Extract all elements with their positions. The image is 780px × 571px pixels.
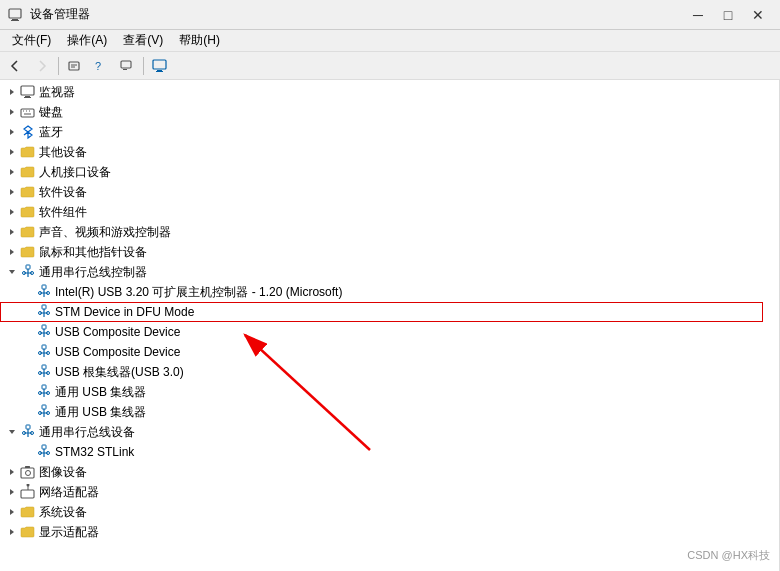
- expand-icon[interactable]: [4, 128, 20, 136]
- tree-item[interactable]: 通用 USB 集线器: [0, 402, 779, 422]
- tree-item[interactable]: USB 根集线器(USB 3.0): [0, 362, 779, 382]
- minimize-button[interactable]: ─: [684, 5, 712, 25]
- item-label: Intel(R) USB 3.20 可扩展主机控制器 - 1.20 (Micro…: [55, 284, 342, 301]
- toolbar-btn-3[interactable]: [115, 54, 139, 78]
- menu-help[interactable]: 帮助(H): [171, 30, 228, 51]
- item-icon: [20, 524, 36, 540]
- item-icon: [36, 384, 52, 400]
- svg-text:?: ?: [95, 60, 101, 72]
- tree-item[interactable]: 其他设备: [0, 142, 779, 162]
- svg-rect-2: [11, 20, 19, 21]
- expand-icon[interactable]: [4, 188, 20, 196]
- svg-marker-92: [10, 469, 14, 475]
- expand-icon[interactable]: [4, 248, 20, 256]
- expand-icon[interactable]: [4, 508, 20, 516]
- tree-item[interactable]: 软件组件: [0, 202, 779, 222]
- toolbar-btn-1[interactable]: [63, 54, 87, 78]
- tree-item[interactable]: 声音、视频和游戏控制器: [0, 222, 779, 242]
- item-icon: [36, 404, 52, 420]
- svg-rect-73: [42, 405, 46, 409]
- item-icon: [20, 464, 36, 480]
- forward-button[interactable]: [30, 54, 54, 78]
- close-button[interactable]: ✕: [744, 5, 772, 25]
- expand-icon[interactable]: [4, 468, 20, 476]
- item-icon: [20, 124, 36, 140]
- svg-rect-9: [153, 60, 166, 69]
- tree-item[interactable]: 系统设备: [0, 502, 779, 522]
- tree-item[interactable]: 人机接口设备: [0, 162, 779, 182]
- item-icon: [20, 264, 36, 280]
- tree-item[interactable]: 图像设备: [0, 462, 779, 482]
- tree-item[interactable]: 监视器: [0, 82, 779, 102]
- item-icon: [20, 224, 36, 240]
- item-icon: [36, 344, 52, 360]
- tree-item[interactable]: 鼠标和其他指针设备: [0, 242, 779, 262]
- item-label: 显示适配器: [39, 524, 99, 541]
- svg-rect-10: [157, 70, 162, 71]
- expand-icon[interactable]: [4, 528, 20, 536]
- svg-marker-12: [10, 89, 14, 95]
- expand-icon[interactable]: [4, 428, 20, 436]
- svg-marker-100: [10, 509, 14, 515]
- expand-icon[interactable]: [4, 88, 20, 96]
- tree-item[interactable]: 软件设备: [0, 182, 779, 202]
- tree-item[interactable]: 通用 USB 集线器: [0, 382, 779, 402]
- tree-item[interactable]: USB Composite Device: [0, 342, 779, 362]
- menu-action[interactable]: 操作(A): [59, 30, 115, 51]
- tree-item[interactable]: 显示适配器: [0, 522, 779, 542]
- item-icon: [20, 184, 36, 200]
- toolbar-separator-2: [143, 57, 144, 75]
- tree-item[interactable]: 蓝牙: [0, 122, 779, 142]
- svg-marker-26: [10, 189, 14, 195]
- item-label: 人机接口设备: [39, 164, 111, 181]
- expand-icon[interactable]: [4, 108, 20, 116]
- svg-rect-80: [26, 425, 30, 429]
- menu-file[interactable]: 文件(F): [4, 30, 59, 51]
- item-label: USB 根集线器(USB 3.0): [55, 364, 184, 381]
- svg-rect-86: [42, 445, 46, 449]
- expand-icon[interactable]: [4, 168, 20, 176]
- svg-marker-22: [10, 129, 14, 135]
- item-icon: [20, 84, 36, 100]
- expand-icon[interactable]: [4, 268, 20, 276]
- tree-item[interactable]: 网络适配器: [0, 482, 779, 502]
- svg-marker-23: [24, 126, 32, 138]
- item-icon: [20, 244, 36, 260]
- svg-rect-93: [21, 468, 34, 478]
- item-label: 软件设备: [39, 184, 87, 201]
- expand-icon[interactable]: [4, 228, 20, 236]
- svg-marker-29: [10, 249, 14, 255]
- item-label: 蓝牙: [39, 124, 63, 141]
- tree-item[interactable]: 键盘: [0, 102, 779, 122]
- toolbar-btn-2[interactable]: ?: [89, 54, 113, 78]
- back-button[interactable]: [4, 54, 28, 78]
- item-icon: [20, 484, 36, 500]
- tree-item[interactable]: 通用串行总线设备: [0, 422, 779, 442]
- expand-icon[interactable]: [4, 148, 20, 156]
- app-icon: [8, 7, 24, 23]
- expand-icon[interactable]: [4, 208, 20, 216]
- item-label: 通用 USB 集线器: [55, 404, 146, 421]
- tree-item[interactable]: USB Composite Device: [0, 322, 779, 342]
- item-label: 键盘: [39, 104, 63, 121]
- tree-panel[interactable]: 监视器键盘蓝牙其他设备人机接口设备软件设备软件组件声音、视频和游戏控制器鼠标和其…: [0, 80, 780, 571]
- tree-item[interactable]: STM Device in DFU Mode: [0, 302, 763, 322]
- item-label: 软件组件: [39, 204, 87, 221]
- tree-item[interactable]: STM32 STLink: [0, 442, 779, 462]
- toolbar-btn-4[interactable]: [148, 54, 172, 78]
- title-bar: 设备管理器 ─ □ ✕: [0, 0, 780, 30]
- tree-item[interactable]: 通用串行总线控制器: [0, 262, 779, 282]
- svg-marker-79: [9, 430, 15, 434]
- watermark: CSDN @HX科技: [687, 548, 770, 563]
- menu-view[interactable]: 查看(V): [115, 30, 171, 51]
- svg-rect-14: [25, 96, 30, 97]
- expand-icon[interactable]: [4, 488, 20, 496]
- back-icon: [9, 59, 23, 73]
- toolbar: ?: [0, 52, 780, 80]
- item-label: 通用串行总线设备: [39, 424, 135, 441]
- item-icon: [20, 504, 36, 520]
- svg-marker-27: [10, 209, 14, 215]
- tree-item[interactable]: Intel(R) USB 3.20 可扩展主机控制器 - 1.20 (Micro…: [0, 282, 779, 302]
- maximize-button[interactable]: □: [714, 5, 742, 25]
- svg-rect-7: [121, 61, 131, 68]
